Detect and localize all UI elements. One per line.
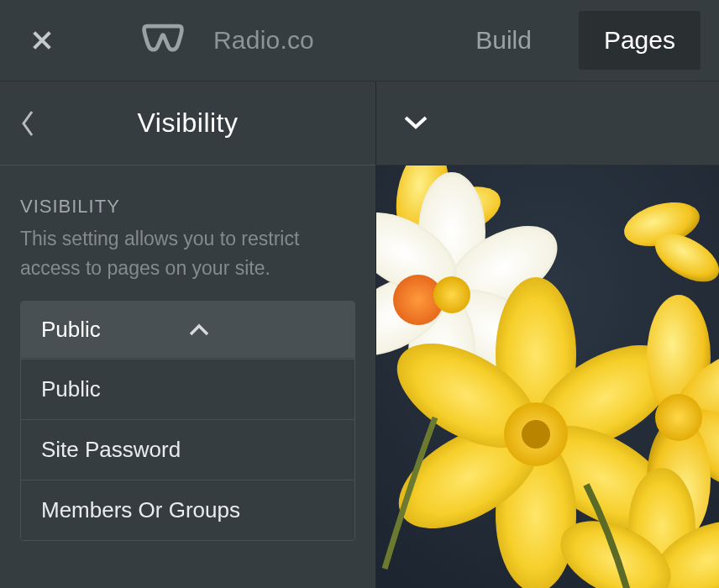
dropdown-selected-label: Public — [41, 317, 188, 343]
site-name: Radio.co — [213, 26, 314, 55]
chevron-left-icon — [20, 109, 37, 138]
settings-sidebar: Visibility VISIBILITY This setting allow… — [0, 81, 376, 588]
close-button[interactable] — [25, 24, 59, 57]
svg-point-27 — [655, 394, 702, 441]
chevron-up-icon — [188, 317, 335, 343]
svg-point-14 — [433, 276, 470, 313]
logo-icon — [139, 24, 186, 57]
dropdown-option-site-password[interactable]: Site Password — [21, 419, 354, 480]
daffodil-image — [376, 165, 719, 588]
visibility-section: VISIBILITY This setting allows you to re… — [0, 165, 375, 282]
page-preview — [376, 81, 719, 588]
visibility-dropdown: Public Public Site Password Members Or G… — [20, 301, 355, 541]
preview-hero-image — [376, 165, 719, 588]
weebly-logo — [138, 24, 188, 57]
section-description: This setting allows you to restrict acce… — [20, 224, 355, 282]
preview-expand-button[interactable] — [403, 114, 428, 133]
panel-title: Visibility — [54, 108, 322, 139]
topbar: Radio.co Build Pages — [0, 0, 719, 81]
close-icon — [30, 29, 54, 52]
dropdown-option-public[interactable]: Public — [21, 359, 354, 419]
section-label: VISIBILITY — [20, 196, 355, 218]
chevron-down-icon — [403, 114, 428, 129]
tab-build[interactable]: Build — [475, 16, 532, 65]
tab-pages[interactable]: Pages — [579, 11, 701, 70]
preview-header-bar — [376, 81, 719, 165]
body-row: Visibility VISIBILITY This setting allow… — [0, 81, 719, 588]
dropdown-selected[interactable]: Public — [21, 302, 354, 359]
back-button[interactable] — [20, 109, 54, 138]
panel-subheader: Visibility — [0, 81, 375, 165]
dropdown-option-members-or-groups[interactable]: Members Or Groups — [21, 480, 354, 540]
svg-point-22 — [522, 420, 550, 449]
